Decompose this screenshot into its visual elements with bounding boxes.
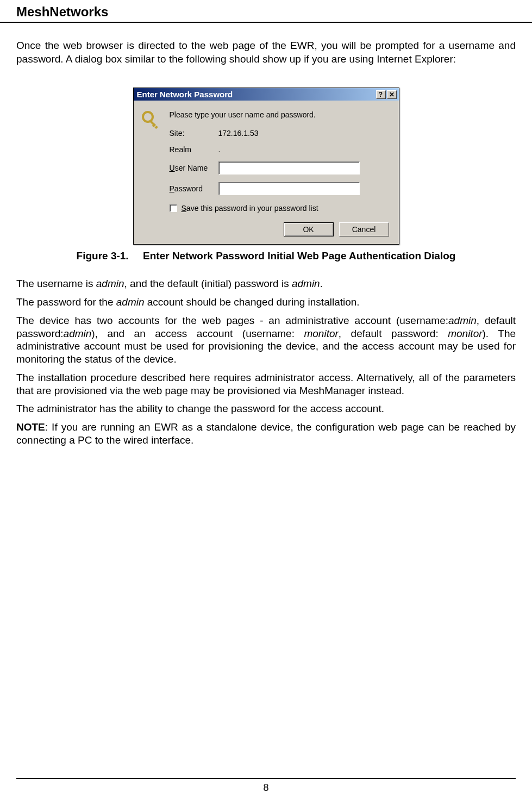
save-password-checkbox[interactable] [170, 204, 177, 212]
dialog-button-row: OK Cancel [170, 222, 391, 236]
header-title: MeshNetworks [16, 4, 108, 19]
figure-caption: Figure 3-1. Enter Network Password Initi… [16, 250, 516, 262]
site-row: Site: 172.16.1.53 [170, 129, 391, 138]
paragraph-6: NOTE: If you are running an EWR as a sta… [16, 421, 516, 447]
close-icon: ✕ [389, 91, 395, 98]
paragraph-2: The password for the admin account shoul… [16, 296, 516, 309]
site-value: 172.16.1.53 [218, 129, 259, 138]
password-dialog: Enter Network Password ? ✕ [133, 88, 399, 245]
password-input[interactable] [218, 182, 360, 195]
page-header: MeshNetworks [0, 0, 532, 23]
username-label: User Name [170, 164, 218, 172]
paragraph-5: The administrator has the ability to cha… [16, 402, 516, 415]
key-icon [141, 110, 161, 130]
svg-rect-3 [154, 126, 158, 129]
realm-value: . [218, 145, 221, 154]
username-input[interactable] [218, 161, 360, 175]
realm-row: Realm . [170, 145, 391, 154]
paragraph-4: The installation procedure described her… [16, 371, 516, 397]
titlebar-buttons: ? ✕ [376, 90, 397, 99]
paragraph-3: The device has two accounts for the web … [16, 314, 516, 366]
password-label: Password [170, 184, 218, 193]
dialog-figure: Enter Network Password ? ✕ [16, 88, 516, 245]
figure-caption-text: Enter Network Password Initial Web Page … [143, 250, 455, 261]
close-button[interactable]: ✕ [387, 90, 397, 99]
content-area: Once the web browser is directed to the … [0, 39, 532, 447]
figure-number: Figure 3-1. [77, 250, 129, 261]
cancel-button[interactable]: Cancel [339, 222, 389, 236]
realm-label: Realm [170, 145, 218, 154]
save-password-row: Save this password in your password list [170, 204, 391, 213]
intro-paragraph: Once the web browser is directed to the … [16, 39, 516, 66]
help-icon: ? [379, 91, 383, 98]
page-number: 8 [263, 782, 268, 793]
username-row: User Name [170, 161, 391, 175]
save-password-label: Save this password in your password list [181, 204, 318, 213]
dialog-form: Please type your user name and password.… [170, 110, 391, 236]
dialog-title: Enter Network Password [137, 90, 376, 99]
help-button[interactable]: ? [376, 90, 386, 99]
password-row: Password [170, 182, 391, 195]
ok-button[interactable]: OK [284, 222, 334, 236]
dialog-titlebar: Enter Network Password ? ✕ [134, 88, 399, 101]
site-label: Site: [170, 129, 218, 138]
page-footer: 8 [16, 778, 516, 794]
paragraph-1: The username is admin, and the default (… [16, 277, 516, 290]
dialog-body: Please type your user name and password.… [134, 101, 399, 244]
dialog-instruction: Please type your user name and password. [170, 110, 391, 119]
dialog-icon-column [141, 110, 163, 236]
